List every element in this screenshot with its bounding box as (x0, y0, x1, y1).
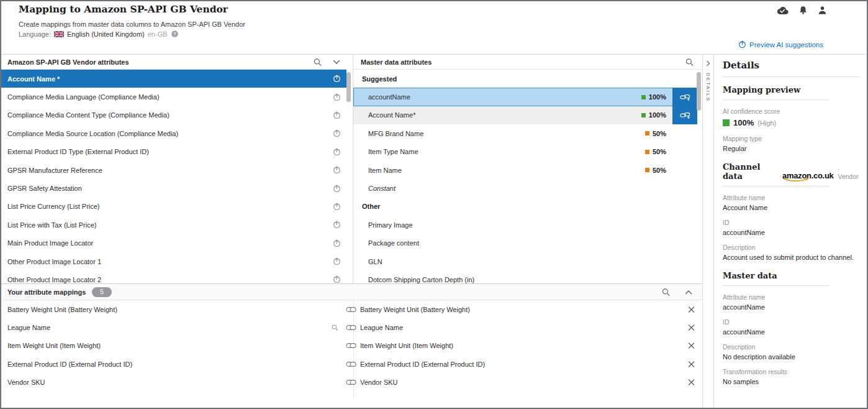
score-value: 100% (649, 93, 666, 101)
chain-link-icon[interactable] (346, 342, 356, 349)
attribute-label: Primary Image (368, 221, 413, 229)
group-label: Other (362, 203, 380, 210)
mapping-app: Mapping to Amazon SP-API GB Vendor Creat… (0, 0, 868, 409)
create-mapping-button[interactable] (672, 88, 697, 106)
middle-panel-scrollbar[interactable] (697, 72, 701, 111)
score-square-green (723, 119, 730, 126)
channel-attribute-row[interactable]: Compliance Media Language (Compliance Me… (1, 88, 346, 106)
workspace: Amazon SP-API GB Vendor attributes Accou… (1, 54, 867, 408)
attribute-name-label: Attribute name (723, 293, 861, 301)
id-label: ID (723, 318, 861, 326)
channel-attribute-icon (333, 166, 341, 174)
description-label: Description (723, 244, 861, 251)
channel-attribute-row[interactable]: List Price Currency (List Price) (1, 198, 346, 216)
constant-row[interactable]: Constant (353, 179, 697, 197)
channel-attribute-row[interactable]: Main Product Image Locator (1, 234, 346, 252)
attribute-mappings-title: Your attribute mappings 5 (7, 287, 112, 297)
suggestion-row[interactable]: Account Name* 100% (353, 106, 697, 124)
mapping-target: Vendor SKU (360, 379, 398, 386)
channel-attribute-row[interactable]: Other Product Image Locator 1 (1, 252, 346, 270)
chain-link-icon[interactable] (346, 379, 356, 385)
channel-attribute-row[interactable]: GPSR Manufacturer Reference (1, 161, 346, 179)
delete-mapping-icon[interactable] (688, 306, 695, 313)
mapping-row[interactable]: Battery Weight Unit (Battery Weight) Bat… (1, 300, 702, 318)
attribute-label: List Price Currency (List Price) (7, 203, 100, 210)
attribute-label: Account Name * (7, 75, 60, 83)
master-attribute-row[interactable]: Package content (353, 234, 697, 252)
mapping-row[interactable]: Vendor SKU Vendor SKU (1, 374, 702, 392)
channel-attribute-row[interactable]: List Price with Tax (List Price) (1, 216, 346, 234)
preview-ai-suggestions-link[interactable]: Preview AI suggestions (738, 40, 823, 48)
delete-mapping-icon[interactable] (688, 342, 695, 349)
delete-mapping-icon[interactable] (688, 361, 695, 367)
search-icon[interactable] (662, 288, 670, 296)
delete-mapping-icon[interactable] (688, 324, 695, 331)
mapping-row[interactable]: External Product ID (External Product ID… (1, 355, 702, 373)
master-attribute-row[interactable]: Dotcom Shipping Carton Depth (in) (353, 270, 697, 283)
attribute-label: GLN (368, 258, 382, 265)
group-header-suggested: Suggested (353, 70, 697, 88)
divider (723, 99, 830, 100)
channel-attribute-icon (333, 148, 341, 156)
mapping-type-value: Regular (723, 145, 861, 152)
channel-attribute-row[interactable]: Compliance Media Source Location (Compli… (1, 124, 346, 142)
details-rail-tab[interactable]: DETAILS (702, 55, 714, 408)
suggestion-row[interactable]: accountName 100% (353, 88, 697, 106)
mapping-source: Item Weight Unit (Item Weight) (7, 342, 101, 349)
suggestion-row[interactable]: Item Type Name 50% (353, 143, 697, 161)
channel-attribute-icon (333, 275, 341, 283)
user-profile-icon[interactable] (818, 6, 827, 15)
chevron-down-icon[interactable] (333, 60, 340, 64)
chain-link-icon[interactable] (346, 306, 356, 313)
channel-attribute-row[interactable]: Compliance Media Content Type (Complianc… (1, 106, 346, 124)
channel-attribute-icon (333, 221, 341, 229)
left-panel-scrollbar[interactable] (346, 72, 351, 102)
language-row: Language: English (United Kingdom) en-GB (19, 30, 179, 38)
confidence-value: 100% (733, 118, 754, 127)
master-data-title: Master data attributes (361, 58, 432, 66)
master-attribute-row[interactable]: GLN (353, 252, 697, 270)
mapping-target: External Product ID (External Product ID… (360, 361, 485, 368)
channel-attribute-icon (333, 111, 341, 119)
mapping-row[interactable]: League Name League Name (1, 318, 702, 336)
attribute-label: Package content (368, 239, 419, 247)
channel-attribute-row[interactable]: GPSR Safety Attestation (1, 179, 346, 197)
details-rail-label: DETAILS (705, 73, 711, 102)
channel-attribute-row[interactable]: Account Name * (1, 70, 346, 88)
score-square-green (641, 95, 646, 99)
score-square-orange (645, 150, 649, 154)
preview-ai-suggestions-label: Preview AI suggestions (749, 41, 823, 48)
help-icon[interactable] (171, 30, 179, 38)
create-mapping-button[interactable] (672, 106, 697, 124)
mapping-row[interactable]: Item Weight Unit (Item Weight) Item Weig… (1, 337, 702, 355)
transformation-results-value: No samples (723, 378, 861, 385)
search-icon[interactable] (314, 58, 322, 66)
cloud-sync-icon[interactable] (776, 6, 789, 15)
channel-attribute-row[interactable]: Other Product Image Locator 2 (1, 270, 346, 283)
channel-type-suffix: · Vendor (838, 165, 861, 181)
divider (723, 76, 861, 77)
description-value: No description available (723, 353, 861, 361)
chain-link-icon[interactable] (346, 324, 356, 331)
channel-attribute-row[interactable]: External Product ID Type (External Produ… (1, 143, 346, 161)
amazon-logo: amazon.co.uk (782, 172, 833, 181)
language-value: English (United Kingdom) (67, 30, 145, 38)
suggestion-label: accountName (368, 93, 410, 101)
attribute-label: Main Product Image Locator (7, 239, 93, 247)
chain-link-icon[interactable] (346, 361, 356, 367)
group-header-other: Other (353, 198, 697, 216)
attribute-name-value: accountName (723, 303, 861, 311)
delete-mapping-icon[interactable] (688, 379, 695, 386)
chevron-up-icon[interactable] (685, 290, 692, 294)
suggestion-label: Account Name* (368, 111, 415, 119)
master-attribute-row[interactable]: Primary Image (353, 216, 697, 234)
suggestion-row[interactable]: Item Name 50% (353, 161, 697, 179)
mapping-rows: Battery Weight Unit (Battery Weight) Bat… (1, 300, 702, 392)
attribute-label: Compliance Media Content Type (Complianc… (7, 111, 170, 119)
confidence-label: AI confidence score (723, 108, 861, 115)
search-icon[interactable] (685, 58, 694, 66)
channel-attributes-panel: Amazon SP-API GB Vendor attributes Accou… (1, 55, 346, 283)
suggestion-row[interactable]: MFG Brand Name 50% (353, 124, 697, 142)
master-data-heading: Master data (723, 271, 861, 280)
notifications-bell-icon[interactable] (798, 6, 808, 15)
